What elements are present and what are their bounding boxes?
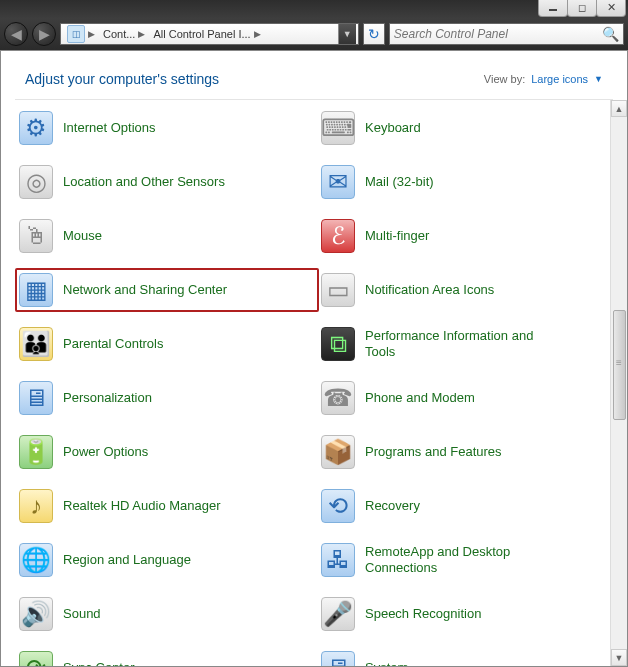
item-label: Power Options — [63, 444, 148, 460]
personalization-icon: 🖥 — [19, 381, 53, 415]
breadcrumb-segment[interactable]: Cont...▶ — [99, 24, 149, 44]
control-panel-item-network-sharing[interactable]: ▦Network and Sharing Center — [15, 268, 319, 312]
chevron-down-icon: ▼ — [594, 74, 603, 84]
breadcrumb-segment[interactable]: All Control Panel I...▶ — [149, 24, 264, 44]
item-label: RemoteApp and Desktop Connections — [365, 544, 535, 575]
item-label: Programs and Features — [365, 444, 502, 460]
mouse-icon: 🖱 — [19, 219, 53, 253]
control-panel-item-notification-icons[interactable]: ▭Notification Area Icons — [321, 272, 609, 308]
control-panel-item-realtek-audio[interactable]: ♪Realtek HD Audio Manager — [19, 488, 307, 524]
back-button[interactable]: ◀ — [4, 22, 28, 46]
location-sensors-icon: ◎ — [19, 165, 53, 199]
header-row: Adjust your computer's settings View by:… — [1, 51, 627, 99]
item-label: Speech Recognition — [365, 606, 481, 622]
item-label: Realtek HD Audio Manager — [63, 498, 221, 514]
item-label: Multi-finger — [365, 228, 429, 244]
control-panel-icon: ◫ — [67, 25, 85, 43]
scrollbar[interactable]: ▲ ▼ — [610, 100, 627, 666]
control-panel-item-multi-finger[interactable]: ℰMulti-finger — [321, 218, 609, 254]
item-label: Internet Options — [63, 120, 156, 136]
view-by-value: Large icons — [531, 73, 588, 85]
item-label: Sound — [63, 606, 101, 622]
control-panel-item-remoteapp[interactable]: 🖧RemoteApp and Desktop Connections — [321, 542, 609, 578]
search-box[interactable]: 🔍 — [389, 23, 624, 45]
multi-finger-icon: ℰ — [321, 219, 355, 253]
item-label: Performance Information and Tools — [365, 328, 535, 359]
programs-features-icon: 📦 — [321, 435, 355, 469]
forward-button[interactable]: ▶ — [32, 22, 56, 46]
item-label: Notification Area Icons — [365, 282, 494, 298]
breadcrumb-label: All Control Panel I... — [153, 28, 250, 40]
power-options-icon: 🔋 — [19, 435, 53, 469]
control-panel-item-programs-features[interactable]: 📦Programs and Features — [321, 434, 609, 470]
item-label: Recovery — [365, 498, 420, 514]
scroll-thumb[interactable] — [613, 310, 626, 420]
control-panel-item-sound[interactable]: 🔊Sound — [19, 596, 307, 632]
items-pane: ⚙Internet Options⌨Keyboard◎Location and … — [1, 100, 627, 666]
notification-icons-icon: ▭ — [321, 273, 355, 307]
sound-icon: 🔊 — [19, 597, 53, 631]
control-panel-item-location-sensors[interactable]: ◎Location and Other Sensors — [19, 164, 307, 200]
item-label: Region and Language — [63, 552, 191, 568]
items-grid: ⚙Internet Options⌨Keyboard◎Location and … — [19, 110, 609, 666]
control-panel-item-power-options[interactable]: 🔋Power Options — [19, 434, 307, 470]
minimize-button[interactable] — [538, 0, 568, 17]
control-panel-item-system[interactable]: 🖥System — [321, 650, 609, 666]
scroll-down-button[interactable]: ▼ — [611, 649, 627, 666]
search-icon: 🔍 — [602, 26, 619, 42]
content-window: Adjust your computer's settings View by:… — [0, 50, 628, 667]
scroll-up-button[interactable]: ▲ — [611, 100, 627, 117]
close-button[interactable]: ✕ — [596, 0, 626, 17]
remoteapp-icon: 🖧 — [321, 543, 355, 577]
item-label: Phone and Modem — [365, 390, 475, 406]
keyboard-icon: ⌨ — [321, 111, 355, 145]
control-panel-item-mouse[interactable]: 🖱Mouse — [19, 218, 307, 254]
control-panel-item-parental-controls[interactable]: 👪Parental Controls — [19, 326, 307, 362]
speech-recognition-icon: 🎤 — [321, 597, 355, 631]
nav-bar: ◀ ▶ ◫▶ Cont...▶ All Control Panel I...▶ … — [0, 18, 628, 50]
item-label: Personalization — [63, 390, 152, 406]
title-bar: ◻ ✕ — [0, 0, 628, 18]
item-label: Parental Controls — [63, 336, 163, 352]
chevron-right-icon: ▶ — [138, 29, 145, 39]
breadcrumb-label: Cont... — [103, 28, 135, 40]
control-panel-item-region-language[interactable]: 🌐Region and Language — [19, 542, 307, 578]
control-panel-item-recovery[interactable]: ⟲Recovery — [321, 488, 609, 524]
control-panel-item-perf-info-tools[interactable]: ⧉Performance Information and Tools — [321, 326, 609, 362]
realtek-audio-icon: ♪ — [19, 489, 53, 523]
refresh-button[interactable]: ↻ — [363, 23, 385, 45]
network-sharing-icon: ▦ — [19, 273, 53, 307]
control-panel-item-keyboard[interactable]: ⌨Keyboard — [321, 110, 609, 146]
item-label: Sync Center — [63, 660, 135, 666]
mail-icon: ✉ — [321, 165, 355, 199]
chevron-right-icon: ▶ — [254, 29, 261, 39]
view-by-control[interactable]: View by: Large icons ▼ — [484, 73, 603, 85]
view-by-label: View by: — [484, 73, 525, 85]
item-label: Mouse — [63, 228, 102, 244]
perf-info-tools-icon: ⧉ — [321, 327, 355, 361]
control-panel-item-sync-center[interactable]: ⟳Sync Center — [19, 650, 307, 666]
parental-controls-icon: 👪 — [19, 327, 53, 361]
item-label: Network and Sharing Center — [63, 282, 227, 298]
control-panel-item-mail[interactable]: ✉Mail (32-bit) — [321, 164, 609, 200]
search-input[interactable] — [394, 27, 602, 41]
item-label: Mail (32-bit) — [365, 174, 434, 190]
control-panel-item-personalization[interactable]: 🖥Personalization — [19, 380, 307, 416]
item-label: System — [365, 660, 408, 666]
control-panel-item-speech-recognition[interactable]: 🎤Speech Recognition — [321, 596, 609, 632]
phone-modem-icon: ☎ — [321, 381, 355, 415]
control-panel-item-internet-options[interactable]: ⚙Internet Options — [19, 110, 307, 146]
internet-options-icon: ⚙ — [19, 111, 53, 145]
control-panel-item-phone-modem[interactable]: ☎Phone and Modem — [321, 380, 609, 416]
item-label: Keyboard — [365, 120, 421, 136]
page-heading: Adjust your computer's settings — [25, 71, 219, 87]
recovery-icon: ⟲ — [321, 489, 355, 523]
address-bar[interactable]: ◫▶ Cont...▶ All Control Panel I...▶ ▼ — [60, 23, 359, 45]
window-controls: ◻ ✕ — [539, 0, 626, 17]
system-icon: 🖥 — [321, 651, 355, 666]
maximize-button[interactable]: ◻ — [567, 0, 597, 17]
address-dropdown-button[interactable]: ▼ — [338, 24, 356, 44]
sync-center-icon: ⟳ — [19, 651, 53, 666]
region-language-icon: 🌐 — [19, 543, 53, 577]
item-label: Location and Other Sensors — [63, 174, 225, 190]
